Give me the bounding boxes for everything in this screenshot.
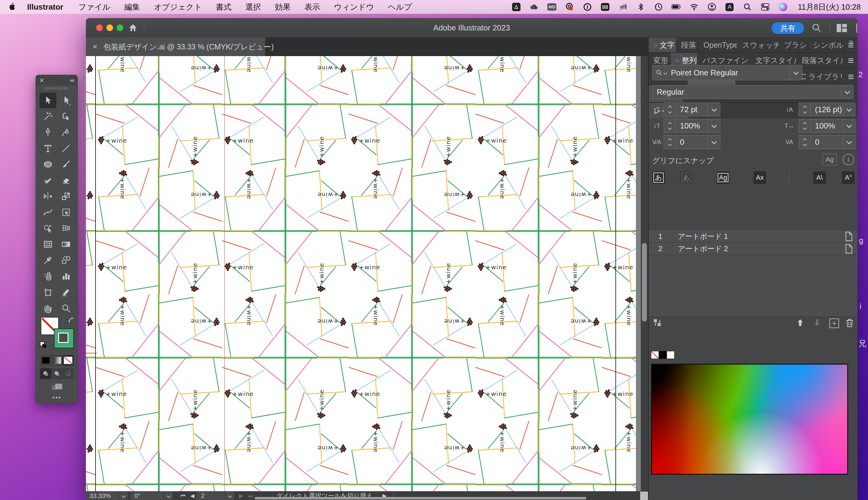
free-transform-tool[interactable] (58, 204, 74, 220)
shaper-tool[interactable] (39, 172, 56, 188)
mesh-tool[interactable] (39, 236, 56, 252)
wd-drive-icon[interactable]: WD (547, 2, 557, 12)
tools-close-icon[interactable]: × (39, 76, 44, 85)
pen-tool[interactable] (39, 125, 56, 140)
account-icon[interactable] (707, 2, 717, 12)
title-bar[interactable]: Adobe Illustrator 2023 共有 (86, 18, 857, 38)
tab-brushes[interactable]: ブラシ (779, 38, 808, 52)
last-artboard-icon[interactable]: ⏭ (246, 493, 255, 499)
vertical-scale-stepper[interactable] (664, 119, 676, 133)
panel-toggle-icon[interactable] (856, 23, 857, 34)
tab-paragraph-styles[interactable]: 段落スタイル (797, 53, 844, 68)
artboard-number-field[interactable]: 2 (197, 491, 235, 500)
control-center-icon[interactable] (761, 2, 770, 12)
leading-field[interactable]: (126 pt) (799, 103, 855, 116)
bluetooth-icon[interactable] (636, 2, 646, 12)
perspective-grid-tool[interactable] (58, 220, 74, 236)
artboard-1-name[interactable]: アートボード 1 (672, 231, 844, 241)
slice-tool[interactable] (58, 284, 74, 300)
siri-icon[interactable] (778, 2, 788, 12)
apple-menu-icon[interactable] (7, 2, 17, 12)
first-artboard-icon[interactable]: ⏮ (178, 493, 188, 499)
font-family-field[interactable]: Poiret One Regular (652, 65, 802, 80)
scale-tool[interactable] (58, 189, 74, 204)
artboard-2-name[interactable]: アートボード 2 (672, 244, 844, 254)
snap-glyph-bounds-button[interactable]: Ag (717, 171, 729, 184)
blend-tool[interactable] (58, 252, 74, 268)
type-tool[interactable] (39, 140, 56, 156)
zoom-level-field[interactable]: 33.33% (86, 491, 128, 500)
previous-artboard-icon[interactable]: ◀ (188, 492, 197, 499)
font-size-dropdown-icon[interactable] (708, 103, 720, 116)
artboard-row-2[interactable]: 2 アートボード 2 (649, 243, 857, 255)
draw-behind-button[interactable] (51, 368, 62, 379)
artboard-tool[interactable] (39, 284, 56, 300)
rearrange-artboards-icon[interactable] (653, 318, 662, 328)
next-artboard-icon[interactable]: ▶ (236, 492, 246, 499)
none-button[interactable] (63, 355, 74, 366)
horizontal-scale-stepper[interactable] (799, 119, 811, 133)
vertical-scrollbar-thumb[interactable] (642, 243, 647, 321)
canvas-area[interactable]: +wine (86, 56, 648, 500)
column-graph-tool[interactable] (58, 269, 74, 284)
workspace-layout-icon[interactable] (836, 23, 847, 34)
new-artboard-icon[interactable]: + (830, 318, 839, 328)
hand-tool[interactable] (39, 300, 56, 316)
horizontal-scale-dropdown-icon[interactable] (843, 119, 855, 133)
rotation-field[interactable]: 0° (131, 491, 173, 500)
default-fill-stroke-icon[interactable] (39, 341, 47, 349)
draw-normal-button[interactable] (40, 368, 51, 379)
menu-app-name[interactable]: Illustrator (27, 2, 63, 12)
symbol-sprayer-tool[interactable] (39, 269, 56, 284)
kerning-dropdown-icon[interactable] (708, 135, 720, 149)
direct-selection-tool[interactable] (58, 93, 74, 108)
screen-mode-button[interactable] (48, 382, 66, 394)
vertical-scale-field[interactable]: 100% (664, 119, 720, 133)
share-button[interactable]: 共有 (772, 22, 804, 34)
artboard-row-1[interactable]: 1 アートボード 1 (649, 230, 857, 243)
battery-icon[interactable] (671, 2, 681, 12)
wifi-icon[interactable] (689, 2, 699, 12)
dock-collapse-chevrons[interactable]: » (848, 37, 853, 46)
draw-inside-button[interactable] (63, 368, 74, 379)
tools-more-ellipsis[interactable]: ••• (36, 394, 78, 401)
font-style-dropdown-icon[interactable] (841, 86, 853, 99)
font-size-field[interactable]: 72 pt (664, 103, 720, 116)
menu-item-file[interactable]: ファイル (78, 2, 110, 12)
zoom-tool[interactable] (58, 300, 74, 316)
font-family-dropdown-icon[interactable] (790, 66, 802, 80)
snap-baseline-button[interactable]: あ (680, 171, 693, 184)
none-swatch[interactable] (651, 351, 659, 359)
tab-symbols[interactable]: シンボル (808, 38, 844, 52)
spotlight-search-icon[interactable] (743, 2, 752, 12)
menu-item-type[interactable]: 書式 (216, 2, 231, 12)
time-machine-icon[interactable] (654, 2, 663, 12)
font-size-stepper[interactable] (664, 103, 676, 116)
horizontal-scale-field[interactable]: 100% (799, 119, 855, 133)
width-tool[interactable] (39, 204, 56, 220)
selection-tool[interactable] (39, 93, 56, 108)
kerning-stepper[interactable] (664, 135, 676, 149)
menu-item-select[interactable]: 選択 (245, 2, 261, 12)
volume-muted-icon[interactable] (618, 2, 628, 12)
color-spectrum[interactable] (651, 364, 848, 475)
tab-character[interactable]: ◇文字 (649, 38, 676, 52)
line-segment-tool[interactable] (58, 140, 74, 156)
leading-dropdown-icon[interactable] (843, 103, 855, 116)
kerning-field[interactable]: 0 (664, 135, 720, 149)
gradient-button[interactable] (51, 355, 62, 366)
menu-clock[interactable]: 11月8日(火) 10:28 (798, 2, 861, 12)
menu-item-effect[interactable]: 効果 (275, 2, 291, 12)
snap-x-height-button[interactable]: Ax (753, 171, 766, 184)
reflect-tool[interactable] (39, 189, 56, 204)
menu-item-view[interactable]: 表示 (304, 2, 320, 12)
leading-stepper[interactable] (799, 103, 811, 116)
move-down-icon[interactable] (812, 318, 822, 327)
document-tab[interactable]: × 包装紙デザイン.ai @ 33.33 % (CMYK/プレビュー) (86, 37, 266, 56)
tracking-dropdown-icon[interactable] (843, 135, 855, 149)
font-style-field[interactable]: Regular (652, 85, 854, 99)
snap-rotation-button[interactable]: A° (842, 171, 855, 184)
eraser-tool[interactable] (58, 172, 74, 188)
shape-builder-tool[interactable] (39, 220, 56, 236)
paintbrush-tool[interactable] (58, 157, 74, 172)
